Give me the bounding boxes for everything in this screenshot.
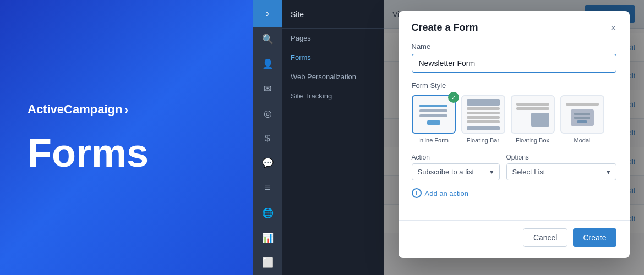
selected-check-icon: ✓	[448, 92, 459, 103]
nav-panel: Site Pages Forms Web Personalization Sit…	[282, 0, 384, 275]
style-card-modal	[560, 95, 604, 134]
name-field-label: Name	[412, 42, 616, 51]
cancel-button[interactable]: Cancel	[523, 228, 568, 247]
options-select[interactable]: Select List ▾	[506, 163, 616, 180]
right-panel: › 🔍 👤 ✉ ◎ $ 💬 ≡ 🌐 📊 ⬜ Site Pages Forms W…	[253, 0, 644, 275]
style-name-floating-box: Floating Box	[516, 137, 549, 144]
brand-chevron: ›	[124, 103, 128, 116]
action-select-value: Subscribe to a list	[418, 168, 474, 176]
sidebar: › 🔍 👤 ✉ ◎ $ 💬 ≡ 🌐 📊 ⬜	[253, 0, 282, 275]
style-card-floating-bar	[461, 95, 505, 134]
chevron-right-icon: ›	[266, 8, 269, 19]
sidebar-site-icon[interactable]: 🌐	[253, 201, 282, 226]
options-select-chevron-icon: ▾	[607, 168, 610, 176]
sidebar-lists-icon[interactable]: ≡	[253, 176, 282, 201]
modal-footer: Cancel Create	[399, 220, 630, 258]
style-card-inline: ✓	[412, 95, 456, 134]
main-content: View Forms Create a fo 0 ✏ Edit 0 ✏ Edit…	[384, 0, 644, 275]
style-option-floating-box[interactable]: Floating Box	[511, 95, 555, 144]
sidebar-reports-icon[interactable]: 📊	[253, 226, 282, 250]
nav-item-web-personalization[interactable]: Web Personalization	[282, 67, 384, 86]
form-style-label: Form Style	[412, 81, 616, 90]
action-select[interactable]: Subscribe to a list ▾	[412, 163, 500, 180]
name-input[interactable]	[412, 54, 616, 73]
options-select-value: Select List	[512, 168, 545, 176]
modal-body: Name Form Style ✓	[399, 42, 630, 220]
style-name-floating-bar: Floating Bar	[467, 137, 499, 144]
action-select-chevron-icon: ▾	[490, 168, 494, 176]
style-name-modal: Modal	[574, 137, 591, 144]
add-action-label: Add an action	[425, 189, 469, 197]
add-circle-icon: +	[412, 188, 422, 198]
sidebar-target-icon[interactable]: ◎	[253, 101, 282, 126]
form-style-options: ✓ Inline Form	[412, 95, 616, 144]
sidebar-contacts-icon[interactable]: 👤	[253, 52, 282, 76]
modal-close-button[interactable]: ×	[610, 23, 616, 33]
nav-item-forms[interactable]: Forms	[282, 48, 384, 67]
sidebar-email-icon[interactable]: ✉	[253, 76, 282, 101]
modal-overlay: Create a Form × Name Form Style ✓	[384, 0, 644, 275]
create-form-modal: Create a Form × Name Form Style ✓	[399, 11, 630, 258]
left-panel: ActiveCampaign › Forms	[0, 0, 253, 275]
add-action-button[interactable]: + Add an action	[412, 188, 616, 198]
nav-item-pages[interactable]: Pages	[282, 29, 384, 48]
options-group: Options Select List ▾	[506, 153, 616, 180]
sidebar-sales-icon[interactable]: $	[253, 126, 282, 151]
nav-item-site-tracking[interactable]: Site Tracking	[282, 86, 384, 106]
sidebar-search-icon[interactable]: 🔍	[253, 27, 282, 52]
style-card-floating-box	[511, 95, 555, 134]
sidebar-toggle-btn[interactable]: ›	[253, 0, 282, 27]
style-option-modal[interactable]: Modal	[560, 95, 604, 144]
brand-name: ActiveCampaign	[28, 102, 122, 117]
modal-header: Create a Form ×	[399, 11, 630, 42]
create-button[interactable]: Create	[573, 228, 616, 247]
brand-logo: ActiveCampaign ›	[28, 102, 226, 117]
sidebar-conversations-icon[interactable]: 💬	[253, 151, 282, 175]
page-title: Forms	[28, 133, 226, 173]
options-label: Options	[506, 153, 616, 161]
action-label: Action	[412, 153, 500, 161]
style-name-inline: Inline Form	[418, 137, 449, 144]
style-option-floating-bar[interactable]: Floating Bar	[461, 95, 505, 144]
nav-header: Site	[282, 0, 384, 29]
style-option-inline[interactable]: ✓ Inline Form	[412, 95, 456, 144]
modal-title: Create a Form	[412, 22, 478, 34]
action-options-row: Action Subscribe to a list ▾ Options Sel…	[412, 153, 616, 180]
sidebar-apps-icon[interactable]: ⬜	[253, 250, 282, 275]
action-group: Action Subscribe to a list ▾	[412, 153, 500, 180]
